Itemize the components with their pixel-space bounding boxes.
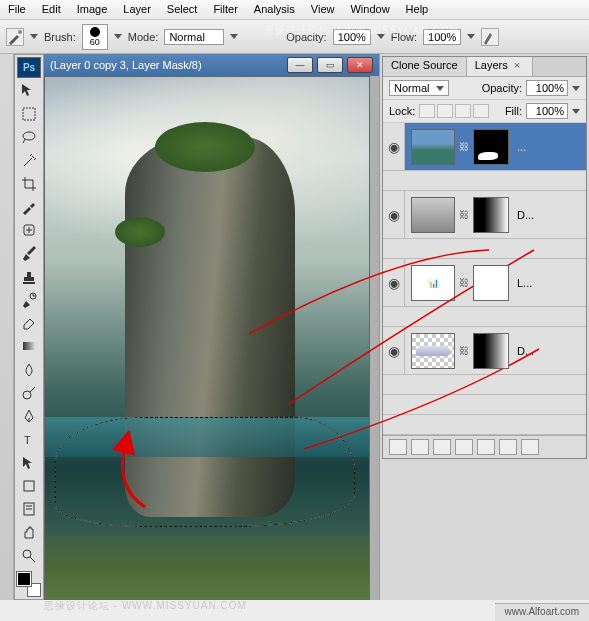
menu-window[interactable]: Window (342, 0, 397, 19)
layer-row[interactable]: ◉ ⛓ D... (383, 327, 586, 375)
menu-select[interactable]: Select (159, 0, 206, 19)
layer-mask-icon[interactable] (433, 439, 451, 455)
panel-opacity-label: Opacity: (482, 82, 522, 94)
dropdown-icon[interactable] (230, 34, 238, 39)
visibility-toggle-icon[interactable]: ◉ (383, 191, 405, 238)
dropdown-icon[interactable] (114, 34, 122, 39)
layer-name[interactable]: ... (513, 141, 530, 153)
layer-mask-thumbnail[interactable] (473, 265, 509, 301)
eyedropper-tool[interactable] (17, 196, 41, 217)
lock-transparency-icon[interactable] (419, 104, 435, 118)
foreground-color[interactable] (17, 572, 31, 586)
brush-tool[interactable] (17, 243, 41, 264)
minimize-button[interactable]: — (287, 57, 313, 73)
layers-panel: Clone Source Layers× Normal Opacity: 100… (382, 56, 587, 459)
stamp-tool[interactable] (17, 266, 41, 287)
color-swatches[interactable] (17, 572, 41, 597)
menu-file[interactable]: File (0, 0, 34, 19)
lasso-tool[interactable] (17, 127, 41, 148)
lock-all-icon[interactable] (473, 104, 489, 118)
blur-tool[interactable] (17, 359, 41, 380)
layer-name[interactable]: D... (513, 345, 538, 357)
notes-tool[interactable] (17, 498, 41, 519)
menu-edit[interactable]: Edit (34, 0, 69, 19)
new-layer-icon[interactable] (499, 439, 517, 455)
fill-label: Fill: (505, 105, 522, 117)
lock-position-icon[interactable] (455, 104, 471, 118)
visibility-toggle-icon[interactable]: ◉ (383, 327, 405, 374)
maximize-button[interactable]: ▭ (317, 57, 343, 73)
tool-preset-icon[interactable] (6, 28, 24, 46)
tab-layers[interactable]: Layers× (467, 57, 533, 76)
menu-layer[interactable]: Layer (115, 0, 159, 19)
layer-row[interactable]: ◉ (383, 375, 586, 395)
tab-clone-source[interactable]: Clone Source (383, 57, 467, 76)
document-canvas[interactable] (44, 76, 370, 600)
blend-mode-dropdown[interactable]: Normal (389, 80, 449, 96)
gradient-tool[interactable] (17, 336, 41, 357)
layer-row[interactable] (383, 307, 586, 327)
menu-view[interactable]: View (303, 0, 343, 19)
layer-group-icon[interactable] (477, 439, 495, 455)
path-select-tool[interactable] (17, 452, 41, 473)
adjustment-thumbnail[interactable]: 📊 (411, 265, 455, 301)
layer-thumbnail[interactable] (411, 129, 455, 165)
link-icon: ⛓ (459, 141, 469, 152)
airbrush-icon[interactable] (481, 28, 499, 46)
layer-row[interactable]: ◉ (383, 395, 586, 415)
layer-thumbnail[interactable] (411, 333, 455, 369)
pen-tool[interactable] (17, 406, 41, 427)
layer-style-icon[interactable] (411, 439, 429, 455)
shape-tool[interactable] (17, 475, 41, 496)
hand-tool[interactable] (17, 522, 41, 543)
dropdown-icon[interactable] (30, 34, 38, 39)
layer-mask-thumbnail[interactable] (473, 197, 509, 233)
panel-opacity-field[interactable]: 100% (526, 80, 568, 96)
layer-row[interactable]: ◉ ⛓ D... (383, 191, 586, 239)
lock-label: Lock: (389, 105, 415, 117)
history-brush-tool[interactable] (17, 289, 41, 310)
move-tool[interactable] (17, 80, 41, 101)
layer-row[interactable]: ◉ (383, 239, 586, 259)
marquee-tool[interactable] (17, 103, 41, 124)
close-icon[interactable]: × (510, 57, 524, 73)
layer-row[interactable]: ◉ ⛓ ... (383, 123, 586, 171)
panels-dock: Clone Source Layers× Normal Opacity: 100… (379, 54, 589, 600)
watermark: 思缘设计论坛 - WWW.MISSYUAN.COM (44, 599, 247, 613)
menu-help[interactable]: Help (398, 0, 437, 19)
layer-thumbnail[interactable] (411, 197, 455, 233)
eraser-tool[interactable] (17, 313, 41, 334)
layer-name[interactable]: L... (513, 277, 536, 289)
close-button[interactable]: ✕ (347, 57, 373, 73)
menu-filter[interactable]: Filter (205, 0, 245, 19)
mode-dropdown[interactable]: Normal (164, 29, 224, 45)
brush-label: Brush: (44, 31, 76, 43)
selection-marquee (55, 417, 355, 527)
wand-tool[interactable] (17, 150, 41, 171)
layer-row[interactable]: ◉ (383, 171, 586, 191)
adjustment-layer-icon[interactable] (455, 439, 473, 455)
brush-preset-picker[interactable]: 60 (82, 24, 108, 50)
link-layers-icon[interactable] (389, 439, 407, 455)
lock-pixels-icon[interactable] (437, 104, 453, 118)
menu-analysis[interactable]: Analysis (246, 0, 303, 19)
healing-tool[interactable] (17, 220, 41, 241)
layer-row[interactable]: ◉ 📊 ⛓ L... (383, 259, 586, 307)
dropdown-icon[interactable] (572, 109, 580, 114)
dropdown-icon[interactable] (572, 86, 580, 91)
layer-mask-thumbnail[interactable] (473, 333, 509, 369)
layer-name[interactable]: D... (513, 209, 538, 221)
layer-mask-thumbnail[interactable] (473, 129, 509, 165)
menu-image[interactable]: Image (69, 0, 116, 19)
dropdown-icon[interactable] (467, 34, 475, 39)
canvas-artwork (45, 529, 369, 599)
zoom-tool[interactable] (17, 545, 41, 566)
dodge-tool[interactable] (17, 382, 41, 403)
crop-tool[interactable] (17, 173, 41, 194)
delete-layer-icon[interactable] (521, 439, 539, 455)
visibility-toggle-icon[interactable]: ◉ (383, 123, 405, 170)
fill-field[interactable]: 100% (526, 103, 568, 119)
type-tool[interactable]: T (17, 429, 41, 450)
layer-row[interactable]: ◉ (383, 415, 586, 435)
visibility-toggle-icon[interactable]: ◉ (383, 259, 405, 306)
